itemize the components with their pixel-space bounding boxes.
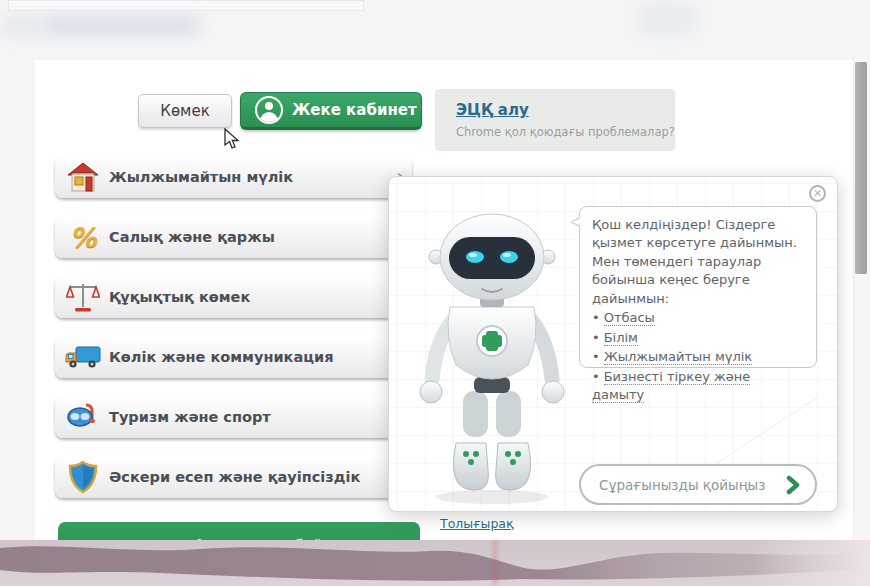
- chat-topic-link-business[interactable]: Бизнесті тіркеу және дамыту: [592, 369, 750, 403]
- chat-topic-row: •Отбасы: [592, 309, 806, 327]
- page: { "header": { "help_button": "Көмек", "c…: [0, 0, 870, 586]
- popup-grid-diagonal: [700, 397, 818, 474]
- chat-topic-row: •Жылжымайтын мүлік: [592, 348, 806, 366]
- question-input[interactable]: [599, 477, 783, 493]
- red-smear: [493, 540, 497, 586]
- menu-item-label: Әскери есеп және қауіпсіздік: [109, 469, 360, 485]
- close-icon[interactable]: ✕: [809, 185, 826, 202]
- bottom-wave-overlay: [0, 540, 870, 586]
- chat-topic-link-real-estate[interactable]: Жылжымайтын мүлік: [604, 349, 753, 365]
- esignature-subtitle: Chrome қол қоюдағы проблемалар?: [456, 125, 675, 139]
- chat-topic-row: •Білім: [592, 329, 806, 347]
- chat-topic-row: •Бизнесті тіркеу және дамыту: [592, 368, 806, 405]
- menu-item-label: Туризм және спорт: [109, 409, 271, 425]
- scrollbar-track[interactable]: [853, 56, 868, 546]
- background-blur-shape: [48, 16, 193, 34]
- background-blur-shape: [638, 2, 696, 36]
- personal-cabinet-label: Жеке кабинет: [292, 101, 417, 119]
- scrollbar-thumb[interactable]: [855, 62, 867, 274]
- esignature-box: ЭЦҚ алу Chrome қол қоюдағы проблемалар?: [435, 89, 675, 151]
- menu-item-label: Құқықтық көмек: [109, 289, 250, 305]
- bullet: •: [592, 310, 600, 325]
- user-avatar-icon: [255, 96, 283, 124]
- bullet: •: [592, 369, 600, 384]
- robot-assistant-image: [416, 211, 568, 505]
- bullet: •: [592, 330, 600, 345]
- esignature-link[interactable]: ЭЦҚ алу: [456, 101, 529, 119]
- chat-topic-link-family[interactable]: Отбасы: [604, 310, 655, 326]
- menu-item-military-security[interactable]: Әскери есеп және қауіпсіздік: [55, 456, 412, 498]
- bullet: •: [592, 349, 600, 364]
- chat-assistant-popup: ✕: [388, 176, 838, 512]
- personal-cabinet-button[interactable]: Жеке кабинет: [240, 92, 422, 130]
- menu-item-label: Көлік және коммуникация: [109, 349, 333, 365]
- more-link[interactable]: Толығырақ: [440, 516, 514, 531]
- background-ghost-tab: [8, 0, 364, 11]
- chat-topic-link-education[interactable]: Білім: [604, 330, 638, 346]
- shield-icon: [63, 459, 103, 495]
- menu-item-label: Салық және қаржы: [109, 229, 275, 245]
- band-highlight: [750, 540, 870, 586]
- menu-item-label: Жылжымайтын мүлік: [109, 169, 293, 185]
- menu-item-tax-finance[interactable]: % Салық және қаржы: [55, 216, 412, 258]
- diving-mask-icon: [63, 399, 103, 435]
- menu-item-tourism-sport[interactable]: Туризм және спорт: [55, 396, 412, 438]
- scales-icon: [63, 279, 103, 315]
- truck-icon: [63, 339, 103, 375]
- menu-item-transport[interactable]: Көлік және коммуникация: [55, 336, 412, 378]
- menu-item-legal-help[interactable]: Құқықтық көмек: [55, 276, 412, 318]
- submit-arrow-icon[interactable]: [783, 475, 803, 495]
- house-icon: [63, 159, 103, 195]
- chat-message-bubble: Қош келдіңіздер! Сіздерге қызмет көрсету…: [579, 206, 817, 368]
- question-input-pill: [579, 464, 817, 505]
- percent-icon: %: [63, 219, 103, 255]
- menu-item-real-estate[interactable]: Жылжымайтын мүлік ›: [55, 156, 412, 198]
- mouse-cursor: [224, 128, 240, 150]
- chat-greeting-text: Қош келдіңіздер! Сіздерге қызмет көрсету…: [592, 216, 806, 308]
- help-button[interactable]: Көмек: [138, 94, 232, 128]
